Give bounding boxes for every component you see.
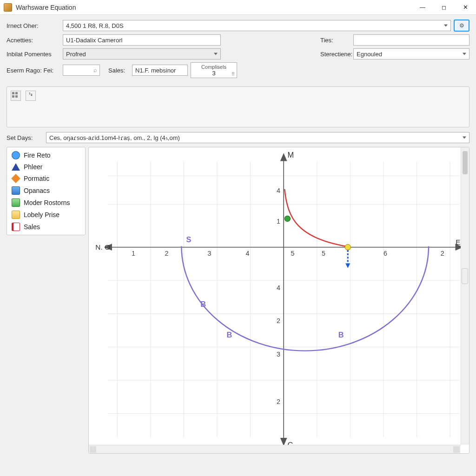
app-icon (4, 3, 12, 12)
inbilat-select[interactable]: Profred (63, 48, 221, 60)
sidebar-item-fire-reto[interactable]: Fire Reto (7, 149, 85, 161)
setdays-label: Set Days: (7, 134, 41, 141)
svg-text:S: S (186, 235, 192, 244)
irnect-oher-select[interactable]: 4,500 1 R8, R.8, D0S (63, 20, 451, 31)
yellow-dot (345, 245, 350, 250)
tool-strip: ¹₂ (7, 86, 469, 127)
svg-text:B: B (200, 300, 206, 308)
eserm-search-input[interactable] (63, 65, 100, 76)
maximize-button[interactable] (433, 0, 455, 15)
sidebar-item-label: Moder Rostorns (24, 199, 70, 206)
folder-icon (12, 211, 20, 219)
svg-text:4: 4 (277, 187, 280, 194)
sidebar-item-opanacs[interactable]: Opanacs (7, 185, 85, 197)
svg-text:6: 6 (383, 250, 387, 257)
grid-tool-button[interactable] (11, 91, 21, 101)
svg-text:5: 5 (291, 250, 295, 257)
sidebar-item-label: Lobely Prise (24, 211, 60, 218)
gear-icon: ⚙ (459, 22, 464, 29)
complisels-label: Complisels (201, 64, 226, 70)
vertical-scrollbar[interactable] (461, 147, 469, 445)
sidebar-item-phleer[interactable]: Phleer (7, 161, 85, 172)
minimize-button[interactable] (412, 0, 433, 15)
sidebar-item-pormatic[interactable]: Pormatic (7, 172, 85, 185)
sales-input[interactable]: N1.F. mebsinor (132, 65, 188, 76)
ties-input[interactable] (353, 34, 469, 46)
sidebar-item-sales[interactable]: Sales (7, 221, 85, 233)
svg-text:N. O: N. O (95, 243, 110, 251)
window-title: Warhsware Equation (16, 4, 76, 11)
svg-text:2: 2 (277, 317, 280, 324)
scroll-left-icon[interactable] (90, 446, 96, 453)
sterectiene-label: Sterectiene: (311, 51, 350, 58)
green-dot (284, 216, 290, 221)
svg-marker-21 (281, 438, 286, 445)
parameter-form: Irnect Oher: 4,500 1 R8, R.8, D0S ⚙ Acne… (0, 15, 476, 84)
svg-text:2: 2 (277, 398, 280, 405)
sidebar-item-label: Opanacs (24, 187, 50, 194)
sales-label: Sales: (108, 67, 129, 74)
sidebar-item-lobely-prise[interactable]: Lobely Prise (7, 209, 85, 221)
red-curve (284, 189, 345, 246)
svg-text:2: 2 (165, 250, 169, 257)
svg-text:3: 3 (277, 350, 280, 358)
horizontal-scrollbar[interactable] (89, 445, 461, 453)
diamond-icon (11, 174, 20, 183)
svg-text:B: B (338, 331, 344, 339)
triangle-icon (12, 163, 20, 171)
sidebar-item-label: Sales (24, 223, 40, 231)
sidebar-item-label: Fire Reto (24, 152, 51, 159)
irnect-oher-label: Irnect Oher: (7, 22, 60, 29)
ties-label: Ties: (311, 37, 350, 44)
acnetties-label: Acnetties: (7, 37, 60, 44)
svg-text:2: 2 (441, 250, 444, 257)
svg-text:1: 1 (277, 218, 280, 225)
complisels-value: 3 (212, 70, 215, 77)
svg-text:5: 5 (322, 250, 325, 257)
svg-text:3: 3 (208, 250, 212, 257)
svg-marker-20 (281, 154, 286, 160)
scroll-right-icon[interactable] (453, 446, 460, 453)
svg-text:4: 4 (245, 250, 249, 257)
chart-icon (12, 198, 20, 207)
close-button[interactable] (455, 0, 476, 15)
setdays-select[interactable]: Ces, oŋaɾsos-aɾid.1om4-ŀɾaṣ, om., 2, lg … (46, 132, 469, 143)
sidebar-item-label: Phleer (24, 163, 42, 171)
sterectiene-select[interactable]: Egnouled (353, 48, 469, 60)
eserm-label: Eserm Rago: Fei: (7, 67, 60, 74)
titlebar: Warhsware Equation (0, 0, 476, 15)
purple-arc (181, 246, 429, 351)
sidebar-item-moder-rostorns[interactable]: Moder Rostorns (7, 197, 85, 209)
svg-text:1: 1 (132, 250, 135, 257)
complisels-stepper[interactable]: Complisels 3 (191, 62, 237, 78)
sidebar: Fire Reto Phleer Pormatic Opanacs Moder … (7, 147, 86, 235)
globe-icon (12, 151, 20, 159)
coordinate-plot: M C N. O Ea 1 2 3 4 5 5 6 2 4 1 4 2 3 2 (89, 147, 469, 451)
inbilat-label: Inbilat Pomentes (7, 51, 60, 58)
graph-canvas[interactable]: M C N. O Ea 1 2 3 4 5 5 6 2 4 1 4 2 3 2 (88, 147, 469, 454)
sidebar-item-label: Pormatic (24, 175, 49, 182)
settings-button[interactable]: ⚙ (454, 20, 469, 32)
splitter-handle[interactable] (462, 268, 468, 284)
svg-text:M: M (287, 151, 294, 159)
svg-text:B: B (227, 331, 232, 339)
acnetties-input[interactable]: U1-Dadalix Camerorl (63, 34, 221, 46)
svg-marker-43 (345, 263, 350, 268)
svg-text:4: 4 (277, 284, 280, 291)
tool-button-2[interactable]: ¹₂ (26, 91, 36, 101)
doc-icon (12, 223, 20, 231)
disk-icon (12, 186, 20, 195)
